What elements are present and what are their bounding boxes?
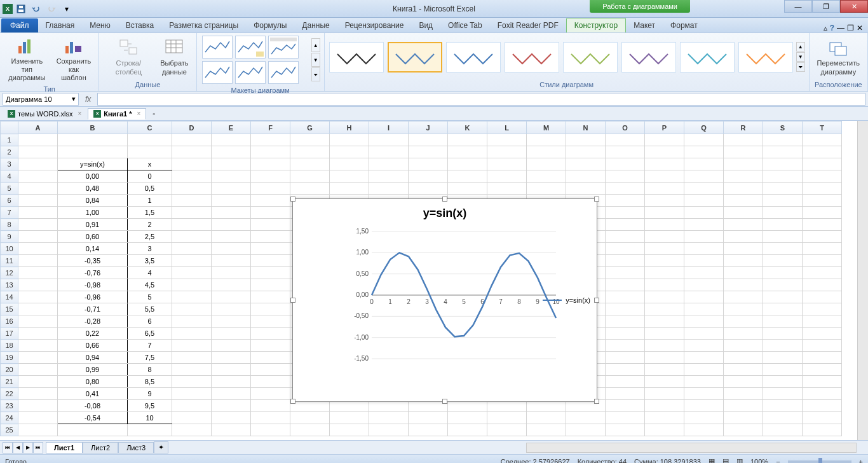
svg-text:0: 0 <box>370 298 374 305</box>
tab-design[interactable]: Конструктор <box>566 18 626 32</box>
doc-close-icon[interactable]: ✕ <box>857 24 863 32</box>
select-data-button[interactable]: Выбрать данные <box>156 36 192 77</box>
tab-formulas[interactable]: Формулы <box>246 18 294 32</box>
chart-layout-3[interactable] <box>268 36 299 59</box>
sheet-tab-2[interactable]: Лист2 <box>83 442 118 453</box>
svg-text:-0,50: -0,50 <box>354 312 369 319</box>
sheet-tab-3[interactable]: Лист3 <box>118 442 154 453</box>
chart-layout-2[interactable] <box>235 36 266 59</box>
tab-insert[interactable]: Вставка <box>118 18 162 32</box>
sheet-nav-prev-icon[interactable]: ◀ <box>13 442 23 453</box>
switch-row-column-button[interactable]: Строка/столбец <box>103 36 154 77</box>
chart-style-4[interactable] <box>505 42 559 73</box>
tab-review[interactable]: Рецензирование <box>337 18 412 32</box>
chart-layout-1[interactable] <box>202 36 233 59</box>
zoom-in-button[interactable]: + <box>859 458 863 464</box>
sheet-nav-next-icon[interactable]: ▶ <box>23 442 33 453</box>
undo-icon[interactable] <box>29 2 43 16</box>
excel-icon[interactable]: X <box>3 4 13 14</box>
status-count: Количество: 44 <box>578 458 627 464</box>
move-chart-button[interactable]: Переместить диаграмму <box>813 36 864 77</box>
tab-format[interactable]: Формат <box>663 18 705 32</box>
sheet-tab-1[interactable]: Лист1 <box>46 442 83 453</box>
chart-layout-4[interactable] <box>202 61 233 84</box>
chart-style-5[interactable] <box>563 42 618 73</box>
layouts-more-icon[interactable]: ⏷ <box>311 67 320 81</box>
svg-rect-16 <box>256 52 264 57</box>
view-page-layout-icon[interactable]: ▤ <box>722 457 729 463</box>
chart-title[interactable]: y=sin(x) <box>293 199 597 223</box>
sheet-tab-new[interactable]: ✦ <box>154 441 168 453</box>
redo-icon[interactable] <box>44 2 58 16</box>
chart-style-6[interactable] <box>621 42 676 73</box>
group-location: Переместить диаграмму Расположение <box>810 33 868 91</box>
sheet-tabs-bar: ⏮ ◀ ▶ ⏭ Лист1 Лист2 Лист3 ✦ <box>0 440 868 454</box>
svg-text:-1,50: -1,50 <box>354 355 369 362</box>
chart-style-7[interactable] <box>680 42 735 73</box>
file-tab[interactable]: Файл <box>1 18 38 32</box>
chart-style-8[interactable] <box>738 42 793 73</box>
chart-legend[interactable]: y=sin(x) <box>543 296 590 304</box>
save-as-template-button[interactable]: Сохранить как шаблон <box>53 34 95 84</box>
layouts-up-icon[interactable]: ▲ <box>311 38 320 52</box>
status-average: Среднее: 2,57926627 <box>501 458 570 464</box>
doc-tab-new[interactable]: ▫ <box>147 109 160 119</box>
doc-tab-2[interactable]: X Книга1 * × <box>88 108 146 120</box>
svg-text:5: 5 <box>462 298 466 305</box>
zoom-level[interactable]: 100% <box>750 458 768 464</box>
tab-data[interactable]: Данные <box>294 18 337 32</box>
zoom-slider[interactable] <box>788 460 851 463</box>
layouts-down-icon[interactable]: ▼ <box>311 53 320 67</box>
tab-page-layout[interactable]: Разметка страницы <box>161 18 246 32</box>
tab-layout[interactable]: Макет <box>626 18 663 32</box>
group-data: Строка/столбец Выбрать данные Данные <box>99 33 196 91</box>
styles-up-icon[interactable]: ▲ <box>796 42 805 52</box>
doc-tab-1[interactable]: X темы WORD.xlsx × <box>3 109 86 119</box>
tab-foxit[interactable]: Foxit Reader PDF <box>490 18 566 32</box>
chart-style-3[interactable] <box>446 42 501 73</box>
chart-layout-5[interactable] <box>235 61 266 84</box>
tab-office-tab[interactable]: Office Tab <box>440 18 490 32</box>
doc-minimize-icon[interactable]: — <box>837 24 844 32</box>
doc-tab-close-icon[interactable]: × <box>78 110 81 117</box>
chart-style-2[interactable] <box>388 42 442 73</box>
minimize-button[interactable]: — <box>784 0 812 13</box>
chart-object[interactable]: y=sin(x) -1,50-1,00-0,500,000,501,001,50… <box>292 198 597 402</box>
status-ready: Готово <box>5 458 27 464</box>
doc-tab-close-icon[interactable]: × <box>137 110 141 117</box>
styles-down-icon[interactable]: ▼ <box>796 52 805 62</box>
formula-input[interactable] <box>97 93 865 106</box>
view-normal-icon[interactable]: ▦ <box>709 457 715 463</box>
sheet-nav-last-icon[interactable]: ⏭ <box>33 442 43 453</box>
svg-rect-6 <box>65 46 69 53</box>
chart-style-1[interactable] <box>329 42 384 73</box>
fx-icon[interactable]: fx <box>81 95 95 104</box>
close-button[interactable]: ✕ <box>840 0 868 13</box>
svg-text:1,00: 1,00 <box>356 249 369 256</box>
ribbon-minimize-icon[interactable]: ▵ <box>824 24 827 32</box>
tab-view[interactable]: Вид <box>411 18 440 32</box>
view-page-break-icon[interactable]: ▥ <box>736 457 743 463</box>
excel-doc-icon: X <box>8 110 15 118</box>
svg-rect-3 <box>18 46 22 53</box>
styles-more-icon[interactable]: ⏷ <box>796 62 805 72</box>
tab-menu[interactable]: Меню <box>82 18 118 32</box>
zoom-out-button[interactable]: − <box>776 458 780 464</box>
name-box[interactable]: Диаграмма 10▾ <box>3 93 79 106</box>
svg-text:9: 9 <box>536 298 539 305</box>
vertical-scrollbar[interactable] <box>857 121 868 440</box>
name-box-dropdown-icon[interactable]: ▾ <box>72 95 76 103</box>
svg-rect-8 <box>75 46 81 52</box>
horizontal-scrollbar[interactable] <box>526 443 857 453</box>
save-icon[interactable] <box>14 2 28 16</box>
select-data-icon <box>164 38 184 58</box>
tab-home[interactable]: Главная <box>38 18 83 32</box>
qat-dropdown-icon[interactable]: ▾ <box>60 2 74 16</box>
sheet-nav-first-icon[interactable]: ⏮ <box>3 442 13 453</box>
change-chart-type-button[interactable]: Изменить тип диаграммы <box>4 34 50 84</box>
chart-layout-6[interactable] <box>268 61 299 84</box>
help-icon[interactable]: ? <box>830 24 834 32</box>
svg-rect-1 <box>18 10 24 12</box>
doc-restore-icon[interactable]: ❐ <box>847 24 854 32</box>
maximize-button[interactable]: ❐ <box>812 0 840 13</box>
